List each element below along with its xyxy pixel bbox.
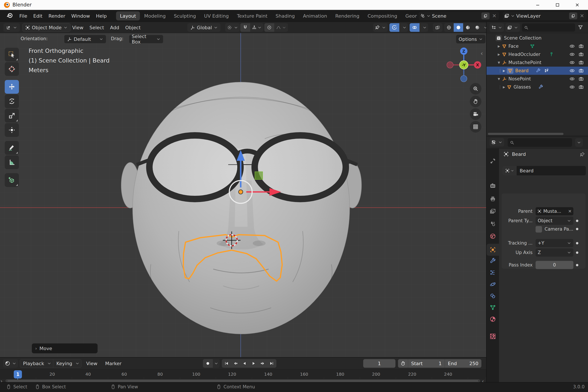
tab-uv-editing[interactable]: UV Editing <box>200 12 233 20</box>
disable-render-icon[interactable] <box>578 52 584 57</box>
tab-physics[interactable] <box>490 281 496 288</box>
menu-help[interactable]: Help <box>93 12 110 20</box>
operator-panel[interactable]: › Move <box>32 344 98 353</box>
menu-select[interactable]: Select <box>86 23 107 32</box>
disable-render-icon[interactable] <box>578 76 584 82</box>
menu-object[interactable]: Object <box>122 23 144 32</box>
show-gizmo-button[interactable] <box>373 23 388 32</box>
outliner-filter-collection[interactable] <box>506 23 520 32</box>
animate-dot[interactable] <box>576 220 578 222</box>
tool-scale[interactable] <box>5 109 19 122</box>
parent-value[interactable]: Musta... ✕ <box>536 207 574 215</box>
animate-dot[interactable] <box>576 228 578 230</box>
tool-select-box[interactable] <box>5 48 19 62</box>
mode-selector[interactable]: Object Mode <box>22 23 70 32</box>
next-keyframe-button[interactable] <box>258 361 267 366</box>
transform-orientation-selector[interactable]: Global <box>188 23 220 32</box>
pass-index-field[interactable]: 0 <box>536 261 574 269</box>
tab-render[interactable] <box>490 183 496 189</box>
tab-rendering[interactable]: Rendering <box>332 12 363 20</box>
outliner-row-face[interactable]: ▶ Face <box>486 42 588 50</box>
menu-render[interactable]: Render <box>45 12 68 20</box>
tab-layout[interactable]: Layout <box>116 12 140 20</box>
parent-type-dropdown[interactable]: Object <box>536 217 574 225</box>
falloff-selector[interactable] <box>274 25 288 30</box>
proportional-edit-toggle[interactable] <box>264 23 274 32</box>
camera-view-button[interactable] <box>470 108 482 120</box>
tool-measure[interactable] <box>5 156 19 169</box>
scene-copy-button[interactable] <box>482 12 490 19</box>
tool-rotate[interactable] <box>5 94 19 108</box>
blender-logo-icon-dark[interactable] <box>6 12 13 19</box>
menu-view[interactable]: View <box>69 23 86 32</box>
zoom-button[interactable] <box>470 83 482 94</box>
tab-texture[interactable] <box>490 333 496 340</box>
outliner-filter-button[interactable] <box>578 24 583 30</box>
outliner-display-mode[interactable] <box>490 23 504 32</box>
breadcrumb-object[interactable]: Beard <box>512 152 526 157</box>
start-frame-field[interactable]: Start1 <box>408 361 445 366</box>
snap-settings-button[interactable] <box>250 25 264 30</box>
jump-to-start-button[interactable] <box>222 361 231 366</box>
expand-arrow[interactable]: ▶ <box>498 53 500 56</box>
outliner-hscrollbar[interactable] <box>488 133 564 135</box>
tool-cursor[interactable] <box>5 62 19 76</box>
object-id-icon-button[interactable] <box>502 166 517 175</box>
timeline-menu-marker[interactable]: Marker <box>102 359 124 368</box>
play-reverse-button[interactable] <box>240 361 249 366</box>
properties-editor-type[interactable] <box>490 138 504 146</box>
pivot-point-selector[interactable] <box>225 23 240 32</box>
menu-edit[interactable]: Edit <box>30 12 46 20</box>
shading-solid-button[interactable] <box>454 23 463 32</box>
navigation-gizmo[interactable]: Z X -Y <box>444 45 484 84</box>
viewlayer-selector[interactable]: ViewLayer ✕ <box>503 12 587 20</box>
expand-arrow[interactable]: ▶ <box>503 69 505 72</box>
viewlayer-copy-button[interactable] <box>569 12 577 19</box>
hide-viewport-icon[interactable] <box>570 52 575 57</box>
use-preview-range-button[interactable] <box>398 361 408 366</box>
tab-compositing[interactable]: Compositing <box>364 12 401 20</box>
disable-render-icon[interactable] <box>578 68 584 73</box>
tab-material[interactable] <box>490 316 496 322</box>
tab-modeling[interactable]: Modeling <box>140 12 170 20</box>
timeline-menu-view[interactable]: View <box>83 359 100 368</box>
properties-search[interactable] <box>508 138 572 147</box>
hide-viewport-icon[interactable] <box>570 84 575 90</box>
previous-keyframe-button[interactable] <box>231 361 240 366</box>
snap-toggle[interactable] <box>240 23 250 32</box>
tab-shading[interactable]: Shading <box>272 12 298 20</box>
disable-render-icon[interactable] <box>578 84 584 90</box>
menu-add[interactable]: Add <box>107 23 122 32</box>
menu-file[interactable]: File <box>16 12 30 20</box>
tool-move[interactable] <box>5 80 19 94</box>
disable-render-icon[interactable] <box>578 44 584 49</box>
tab-sculpting[interactable]: Sculpting <box>170 12 200 20</box>
scene-selector[interactable]: Scene ✕ <box>419 12 499 20</box>
shading-rendered-button[interactable] <box>472 23 482 32</box>
tool-transform[interactable] <box>5 123 19 137</box>
animate-dot[interactable] <box>576 242 578 244</box>
outliner-search[interactable] <box>522 24 575 32</box>
outliner-row-scene-collection[interactable]: Scene Collection <box>486 34 588 42</box>
camera-parent-checkbox[interactable] <box>536 226 542 232</box>
tool-annotate[interactable] <box>5 141 19 155</box>
minimize-button[interactable] <box>533 1 542 9</box>
hide-viewport-icon[interactable] <box>570 68 575 73</box>
outliner-row-headoccluder[interactable]: ▶ HeadOccluder <box>486 50 588 58</box>
close-button[interactable] <box>572 1 582 9</box>
outliner-row-glasses[interactable]: ┊ ▶ Glasses <box>486 83 588 91</box>
animate-dot[interactable] <box>576 264 578 266</box>
collapse-arrow[interactable]: ▼ <box>498 77 500 80</box>
show-overlays-button[interactable] <box>410 23 428 32</box>
tab-animation[interactable]: Animation <box>299 12 331 20</box>
outliner-row-beard[interactable]: ┊ ▶ Beard <box>486 66 588 75</box>
timeline-menu-keying[interactable]: Keying <box>53 359 75 368</box>
play-button[interactable] <box>249 361 258 366</box>
tab-particles[interactable] <box>490 270 496 276</box>
tracking-dropdown[interactable]: +Y <box>536 239 574 247</box>
outliner-row-nosepoint[interactable]: ▼ NosePoint <box>486 75 588 83</box>
tab-texture-paint[interactable]: Texture Paint <box>233 12 271 20</box>
up-axis-dropdown[interactable]: Z <box>536 248 574 256</box>
tab-world[interactable] <box>490 233 496 240</box>
expand-arrow[interactable]: ▶ <box>503 85 505 89</box>
